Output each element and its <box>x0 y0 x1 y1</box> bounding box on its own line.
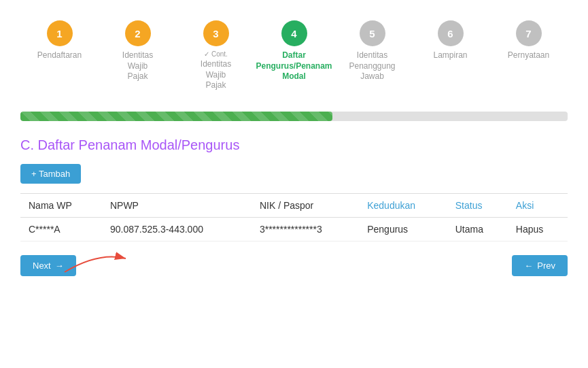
step-1[interactable]: 1 Pendaftaran <box>20 20 99 61</box>
stepper: 1 Pendaftaran 2 IdentitasWajibPajak 3 ✓ … <box>20 14 568 98</box>
step-3[interactable]: 3 ✓ Cont. IdentitasWajibPajak <box>177 20 255 91</box>
cell-nik-paspor: 3**************3 <box>252 217 359 241</box>
data-table: Nama WP NPWP NIK / Paspor Kedudukan Stat… <box>20 193 568 241</box>
prev-arrow-icon: ← <box>524 261 533 271</box>
step-4-label: DaftarPengurus/PenanamModal <box>256 50 332 82</box>
step-5-circle: 5 <box>360 20 385 46</box>
step-7-circle: 7 <box>516 20 542 46</box>
step-1-circle: 1 <box>47 20 73 46</box>
col-status: Status <box>447 193 508 217</box>
cell-kedudukan: Pengurus <box>359 217 447 241</box>
step-5-label: IdentitasPenanggungJawab <box>349 50 395 82</box>
prev-button[interactable]: ← Prev <box>512 255 568 276</box>
nav-buttons: Next → ← Prev <box>20 255 568 276</box>
cell-status: Utama <box>447 217 508 241</box>
progress-bar-fill <box>20 112 332 121</box>
step-3-check: ✓ Cont. <box>204 50 228 58</box>
step-3-label: IdentitasWajibPajak <box>201 59 231 91</box>
cell-nama-wp: C*****A <box>20 217 102 241</box>
hapus-link[interactable]: Hapus <box>508 217 568 241</box>
table-header-row: Nama WP NPWP NIK / Paspor Kedudukan Stat… <box>20 193 568 217</box>
step-6[interactable]: 6 Lampiran <box>411 20 489 61</box>
prev-label: Prev <box>537 261 555 271</box>
col-npwp: NPWP <box>102 193 252 217</box>
step-2[interactable]: 2 IdentitasWajibPajak <box>99 20 177 82</box>
step-6-circle: 6 <box>438 20 464 46</box>
page-wrapper: 1 Pendaftaran 2 IdentitasWajibPajak 3 ✓ … <box>0 0 588 290</box>
step-7[interactable]: 7 Pernyataan <box>489 20 568 61</box>
step-3-circle: 3 <box>203 20 229 46</box>
step-4-circle: 4 <box>281 20 307 46</box>
table-row: C*****A 90.087.525.3-443.000 3**********… <box>20 217 568 241</box>
tambah-button[interactable]: + Tambah <box>20 164 81 184</box>
section-title: C. Daftar Penanam Modal/Pengurus <box>20 137 568 153</box>
step-4[interactable]: 4 DaftarPengurus/PenanamModal <box>255 20 333 82</box>
step-1-label: Pendaftaran <box>37 50 82 61</box>
step-6-label: Lampiran <box>433 50 467 61</box>
progress-bar-wrapper <box>20 112 568 121</box>
next-button-container: Next → <box>20 255 76 276</box>
next-arrow-icon: → <box>55 261 64 271</box>
step-5[interactable]: 5 IdentitasPenanggungJawab <box>333 20 411 82</box>
col-nama-wp: Nama WP <box>20 193 102 217</box>
next-label: Next <box>33 261 51 271</box>
col-nik-paspor: NIK / Paspor <box>252 193 359 217</box>
step-7-label: Pernyataan <box>508 50 549 61</box>
col-aksi: Aksi <box>508 193 568 217</box>
step-2-label: IdentitasWajibPajak <box>122 50 153 82</box>
next-button[interactable]: Next → <box>20 255 76 276</box>
step-2-circle: 2 <box>125 20 151 46</box>
col-kedudukan: Kedudukan <box>359 193 447 217</box>
cell-npwp: 90.087.525.3-443.000 <box>102 217 252 241</box>
